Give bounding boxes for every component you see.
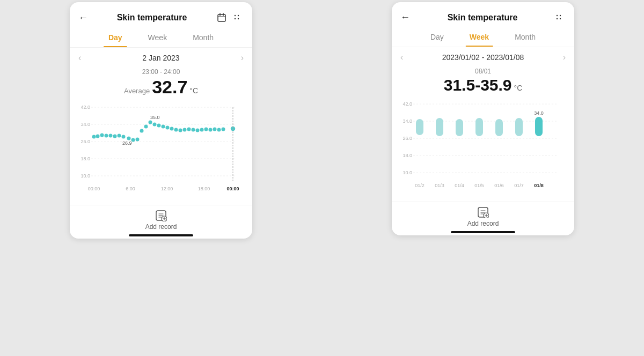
header-icons-day (216, 12, 244, 24)
w-x-label-015: 01/5 (474, 183, 484, 188)
add-record-label-week: Add record (467, 220, 499, 227)
chart-svg-day: 42.0 34.0 26.0 18.0 10.0 (75, 102, 247, 198)
tabs-day: Day Week Month (70, 28, 252, 48)
svg-point-20 (122, 135, 126, 139)
y-label-42: 42.0 (80, 105, 90, 110)
stats-day: 23:00 - 24:00 Average 32.7 °C (70, 66, 252, 102)
w-x-label-017: 01/7 (514, 183, 524, 188)
next-arrow-day[interactable]: › (241, 53, 244, 63)
bar-014 (456, 119, 463, 136)
svg-point-25 (144, 125, 148, 129)
svg-point-54 (560, 14, 561, 16)
svg-point-43 (222, 128, 225, 131)
prev-arrow-week[interactable]: ‹ (400, 53, 403, 62)
title-day: Skin temperature (117, 13, 187, 23)
svg-point-32 (174, 128, 178, 132)
svg-point-39 (204, 128, 208, 131)
svg-point-16 (105, 134, 108, 138)
svg-point-19 (118, 134, 121, 138)
y-label-34: 34.0 (80, 122, 90, 127)
w-x-label-012: 01/2 (415, 183, 425, 188)
tab-week-day[interactable]: Day (418, 27, 457, 47)
w-x-label-013: 01/3 (435, 183, 444, 188)
back-button-day[interactable]: ← (78, 12, 88, 24)
w-y-label-10: 10.0 (402, 170, 412, 175)
more-icon-week[interactable] (555, 12, 566, 23)
x-label-600: 6:00 (126, 186, 135, 191)
title-week: Skin temperature (448, 13, 518, 23)
svg-point-13 (92, 135, 96, 139)
chart-svg-week: 42.0 34.0 26.0 18.0 10.0 (397, 99, 569, 195)
bar-017 (515, 118, 523, 136)
y-label-10: 10.0 (80, 173, 90, 179)
bar-013 (436, 118, 443, 136)
add-record-icon (155, 210, 167, 221)
bar-015 (475, 118, 483, 136)
tab-day-month[interactable]: Month (180, 28, 226, 47)
nav-row-week: ‹ 2023/01/02 - 2023/01/08 › (392, 49, 574, 65)
tab-day-week[interactable]: Week (135, 28, 180, 47)
avg-label-day: Average (124, 87, 150, 95)
svg-point-56 (560, 18, 561, 19)
header-icons-week (555, 12, 566, 23)
w-x-label-016: 01/6 (494, 183, 504, 188)
range-value: 31.5-35.9 (444, 76, 512, 94)
tab-week-month[interactable]: Month (502, 27, 548, 47)
add-record-label-day: Add record (145, 223, 177, 231)
x-label-0000-active: 00:00 (226, 186, 239, 191)
panel-week: ← Skin temperature Day Week (392, 2, 574, 235)
svg-point-30 (166, 126, 170, 130)
svg-point-37 (196, 129, 200, 132)
chart-area-day: 42.0 34.0 26.0 18.0 10.0 (70, 102, 252, 205)
range-unit: °C (514, 84, 523, 92)
svg-point-34 (183, 128, 187, 132)
next-arrow-week[interactable]: › (563, 53, 566, 62)
home-indicator-week (451, 231, 515, 233)
svg-point-28 (157, 124, 161, 128)
bar-016 (495, 119, 503, 136)
svg-point-42 (217, 128, 221, 132)
dot-label-350: 35.0 (150, 115, 160, 120)
prev-arrow-day[interactable]: ‹ (78, 53, 81, 63)
add-record-icon-week (477, 206, 489, 218)
stats-time-day: 23:00 - 24:00 (80, 68, 241, 76)
w-y-label-18: 18.0 (402, 153, 412, 158)
range-date-sub: 08/01 (402, 68, 564, 75)
svg-point-35 (187, 128, 191, 131)
more-icon[interactable] (233, 12, 244, 23)
add-record-button-week[interactable]: Add record (467, 206, 499, 227)
stats-week: 08/01 31.5-35.9 °C (392, 65, 574, 99)
svg-point-17 (109, 134, 113, 138)
card-header-day: ← Skin temperature (70, 2, 252, 28)
svg-point-33 (179, 129, 182, 132)
nav-date-week: 2023/01/02 - 2023/01/08 (442, 53, 524, 62)
nav-row-day: ‹ 2 Jan 2023 › (70, 50, 252, 66)
chart-area-week: 42.0 34.0 26.0 18.0 10.0 (392, 99, 574, 202)
bar-018-active (535, 117, 543, 136)
svg-point-38 (200, 128, 204, 132)
svg-point-41 (213, 128, 217, 131)
y-label-26: 26.0 (80, 139, 90, 144)
svg-point-55 (557, 18, 558, 19)
tabs-week: Day Week Month (392, 27, 574, 47)
tab-week-week[interactable]: Week (457, 27, 502, 47)
x-label-0000: 00:00 (88, 186, 100, 191)
bottom-bar-week: Add record (392, 202, 574, 235)
back-button-week[interactable]: ← (400, 12, 410, 23)
add-record-button-day[interactable]: Add record (145, 210, 177, 231)
tab-day-day[interactable]: Day (96, 28, 135, 47)
panel-day: ← Skin temperature (70, 2, 252, 239)
bar-label-018: 34.0 (534, 110, 544, 116)
avg-row-day: Average 32.7 °C (80, 77, 241, 98)
home-indicator-day (129, 234, 193, 236)
w-x-label-018: 01/8 (534, 183, 544, 188)
w-y-label-42: 42.0 (402, 101, 412, 107)
w-y-label-34: 34.0 (402, 118, 412, 124)
card-header-week: ← Skin temperature (392, 2, 574, 27)
svg-point-14 (96, 135, 100, 138)
svg-point-36 (192, 128, 195, 132)
svg-point-18 (113, 135, 117, 138)
avg-value-day: 32.7 (152, 77, 187, 98)
svg-point-4 (235, 15, 236, 16)
calendar-icon[interactable] (216, 12, 228, 24)
